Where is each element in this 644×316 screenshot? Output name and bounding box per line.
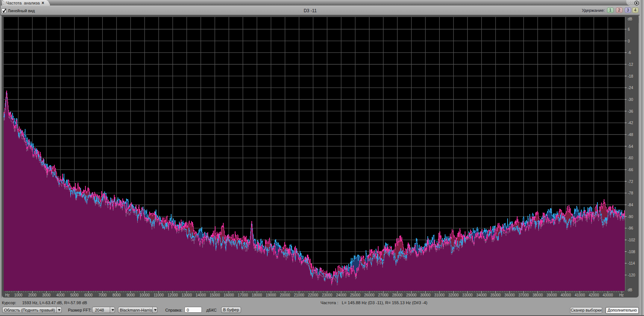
svg-text:3000: 3000 bbox=[42, 293, 51, 297]
svg-text:11000: 11000 bbox=[154, 293, 164, 297]
svg-text:12000: 12000 bbox=[167, 293, 178, 297]
svg-text:4000: 4000 bbox=[56, 293, 65, 297]
svg-text:-96: -96 bbox=[628, 226, 633, 230]
svg-text:dB: dB bbox=[628, 17, 633, 21]
svg-text:24000: 24000 bbox=[336, 293, 346, 297]
svg-text:26000: 26000 bbox=[364, 293, 374, 297]
svg-text:34000: 34000 bbox=[477, 293, 487, 297]
svg-text:31000: 31000 bbox=[434, 293, 445, 297]
svg-text:18000: 18000 bbox=[252, 293, 262, 297]
svg-text:-90: -90 bbox=[628, 215, 633, 219]
svg-text:5000: 5000 bbox=[70, 293, 79, 297]
svg-text:-54: -54 bbox=[628, 145, 633, 149]
svg-text:35000: 35000 bbox=[491, 293, 501, 297]
svg-text:16000: 16000 bbox=[224, 293, 234, 297]
svg-text:30000: 30000 bbox=[420, 293, 431, 297]
svg-text:-66: -66 bbox=[628, 168, 633, 172]
svg-text:29000: 29000 bbox=[406, 293, 417, 297]
svg-text:Hz: Hz bbox=[5, 293, 10, 297]
svg-text:-78: -78 bbox=[628, 191, 633, 195]
svg-text:-48: -48 bbox=[628, 133, 633, 137]
svg-text:25000: 25000 bbox=[350, 293, 360, 297]
svg-text:1000: 1000 bbox=[14, 293, 23, 297]
svg-text:32000: 32000 bbox=[448, 293, 459, 297]
svg-text:0: 0 bbox=[628, 39, 630, 43]
svg-text:-18: -18 bbox=[628, 74, 633, 78]
svg-text:-24: -24 bbox=[628, 86, 633, 90]
svg-text:39000: 39000 bbox=[546, 293, 557, 297]
svg-text:13000: 13000 bbox=[182, 293, 192, 297]
svg-text:21000: 21000 bbox=[294, 293, 304, 297]
svg-text:dB: dB bbox=[628, 288, 633, 292]
svg-text:37000: 37000 bbox=[518, 293, 529, 297]
svg-text:41000: 41000 bbox=[574, 293, 585, 297]
svg-text:22000: 22000 bbox=[308, 293, 318, 297]
svg-text:38000: 38000 bbox=[532, 293, 543, 297]
svg-text:9000: 9000 bbox=[126, 293, 135, 297]
svg-text:8000: 8000 bbox=[112, 293, 121, 297]
svg-text:36000: 36000 bbox=[505, 293, 515, 297]
svg-text:-12: -12 bbox=[628, 62, 633, 67]
svg-text:-84: -84 bbox=[628, 203, 633, 207]
svg-text:23000: 23000 bbox=[322, 293, 332, 297]
svg-text:-102: -102 bbox=[628, 238, 635, 242]
svg-text:27000: 27000 bbox=[378, 293, 389, 297]
svg-text:40000: 40000 bbox=[560, 293, 571, 297]
svg-text:42000: 42000 bbox=[589, 293, 599, 297]
svg-text:-30: -30 bbox=[628, 98, 633, 102]
svg-text:-72: -72 bbox=[628, 180, 633, 184]
svg-text:6000: 6000 bbox=[84, 293, 93, 297]
svg-text:-36: -36 bbox=[628, 109, 633, 113]
svg-text:-120: -120 bbox=[628, 273, 635, 277]
svg-text:19000: 19000 bbox=[266, 293, 276, 297]
svg-text:28000: 28000 bbox=[392, 293, 403, 297]
svg-text:17000: 17000 bbox=[238, 293, 248, 297]
svg-text:20000: 20000 bbox=[280, 293, 290, 297]
svg-text:-6: -6 bbox=[628, 51, 631, 55]
svg-text:43000: 43000 bbox=[603, 293, 613, 297]
svg-text:33000: 33000 bbox=[462, 293, 473, 297]
svg-text:-108: -108 bbox=[628, 250, 635, 254]
svg-text:-114: -114 bbox=[628, 261, 635, 265]
svg-text:2000: 2000 bbox=[28, 293, 37, 297]
svg-text:Hz: Hz bbox=[619, 293, 624, 297]
svg-text:15000: 15000 bbox=[210, 293, 220, 297]
svg-text:10000: 10000 bbox=[139, 293, 150, 297]
svg-text:14000: 14000 bbox=[196, 293, 206, 297]
svg-text:-42: -42 bbox=[628, 121, 633, 125]
svg-text:6: 6 bbox=[628, 27, 630, 31]
svg-text:7000: 7000 bbox=[98, 293, 107, 297]
svg-text:-60: -60 bbox=[628, 156, 633, 160]
